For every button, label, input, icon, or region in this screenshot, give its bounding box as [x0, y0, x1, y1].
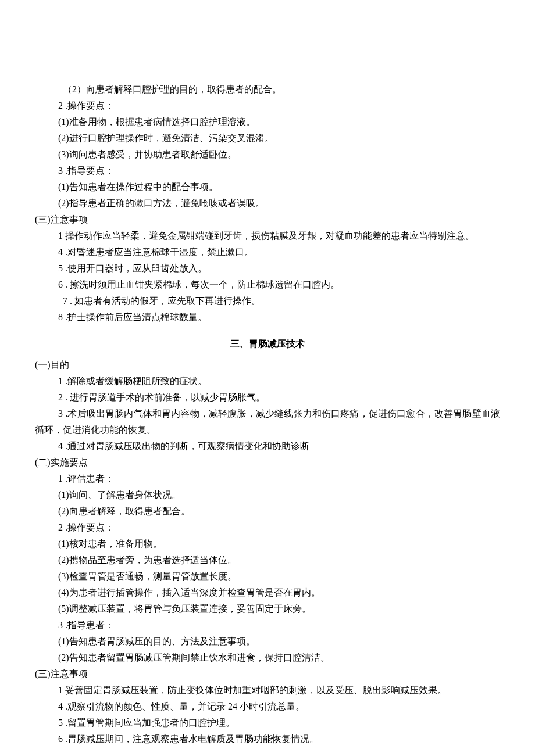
main-title-section-3: 三、胃肠减压技术 [35, 336, 500, 352]
paragraph: (1)准备用物，根据患者病情选择口腔护理溶液。 [35, 114, 500, 130]
section-heading-precautions: (三)注意事项 [35, 212, 500, 228]
paragraph: 7 . 如患者有活动的假牙，应先取下再进行操作。 [35, 293, 500, 309]
paragraph: 5 .留置胃管期间应当加强患者的口腔护理。 [35, 715, 500, 731]
section-heading-purpose: (一)目的 [35, 357, 500, 373]
paragraph: (1)核对患者，准备用物。 [35, 536, 500, 552]
paragraph: （2）向患者解释口腔护理的目的，取得患者的配合。 [35, 81, 500, 98]
paragraph: 4 .观察引流物的颜色、性质、量，并记录 24 小时引流总量。 [35, 698, 500, 715]
paragraph: (1)告知患者在操作过程中的配合事项。 [35, 179, 500, 195]
paragraph: (1)告知患者胃肠减压的目的、方法及注意事项。 [35, 633, 500, 650]
paragraph: (2)指导患者正确的漱口方法，避免呛咳或者误吸。 [35, 195, 500, 212]
paragraph: 2 .操作要点： [35, 98, 500, 114]
paragraph: (5)调整减压装置，将胃管与负压装置连接，妥善固定于床旁。 [35, 601, 500, 617]
paragraph: 4 .通过对胃肠减压吸出物的判断，可观察病情变化和协助诊断 [35, 438, 500, 454]
paragraph: 2 .操作要点： [35, 519, 500, 536]
paragraph: (2)进行口腔护理操作时，避免清洁、污染交叉混淆。 [35, 130, 500, 146]
paragraph: (2)携物品至患者旁，为患者选择适当体位。 [35, 552, 500, 568]
paragraph: 5 .使用开口器时，应从臼齿处放入。 [35, 260, 500, 277]
paragraph: (3)询问患者感受，并协助患者取舒适卧位。 [35, 146, 500, 163]
paragraph: (2)告知患者留置胃肠减压管期间禁止饮水和进食，保持口腔清洁。 [35, 650, 500, 666]
paragraph: 2 . 进行胃肠道手术的术前准备，以减少胃肠胀气。 [35, 389, 500, 406]
paragraph: (3)检查胃管是否通畅，测量胃管放置长度。 [35, 568, 500, 585]
paragraph: (4)为患者进行插管操作，插入适当深度并检查胃管是否在胃内。 [35, 585, 500, 601]
paragraph: 1 妥善固定胃肠减压装置，防止变换体位时加重对咽部的刺激，以及受压、脱出影响减压… [35, 682, 500, 698]
paragraph: 1 .评估患者： [35, 471, 500, 487]
paragraph: 3 .指导患者： [35, 617, 500, 633]
document-body: （2）向患者解释口腔护理的目的，取得患者的配合。 2 .操作要点： (1)准备用… [35, 81, 500, 747]
section-heading-precautions: (三)注意事项 [35, 666, 500, 682]
section-heading-keypoints: (二)实施要点 [35, 454, 500, 471]
paragraph: (1)询问、了解患者身体状况。 [35, 487, 500, 503]
paragraph: 3 .术后吸出胃肠内气体和胃内容物，减轻腹胀，减少缝线张力和伤口疼痛，促进伤口愈… [35, 406, 500, 438]
paragraph: 6 . 擦洗时须用止血钳夹紧棉球，每次一个，防止棉球遗留在口腔内。 [35, 277, 500, 293]
paragraph: 1 操作动作应当轻柔，避免金属钳端碰到牙齿，损伤粘膜及牙龈，对凝血功能差的患者应… [35, 228, 500, 244]
paragraph: 8 .护士操作前后应当清点棉球数量。 [35, 309, 500, 325]
paragraph: 3 .指导要点： [35, 163, 500, 179]
paragraph: 4 .对昏迷患者应当注意棉球干湿度，禁止漱口。 [35, 244, 500, 260]
paragraph: 1 .解除或者缓解肠梗阻所致的症状。 [35, 373, 500, 389]
paragraph: 6 .胃肠减压期间，注意观察患者水电解质及胃肠功能恢复情况。 [35, 731, 500, 747]
paragraph: (2)向患者解释，取得患者配合。 [35, 503, 500, 519]
